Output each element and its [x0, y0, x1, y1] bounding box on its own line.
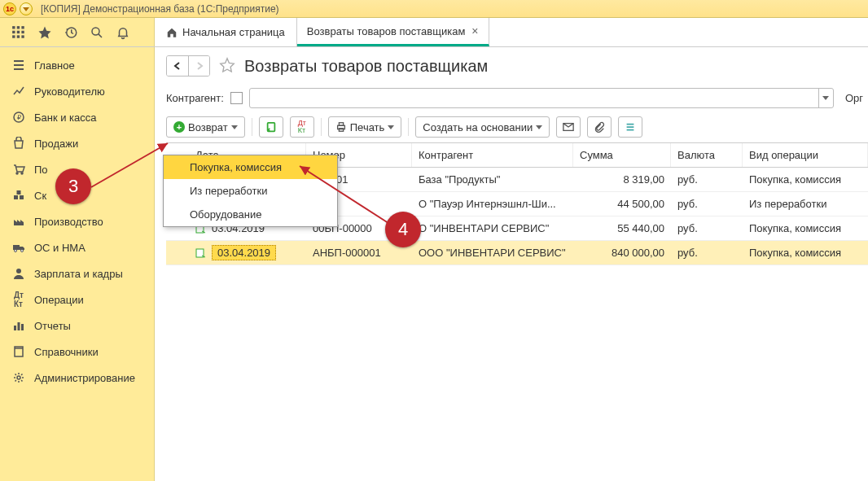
sidebar-item-operations[interactable]: ДтКтОперации [0, 286, 154, 313]
sidebar-item-reports[interactable]: Отчеты [0, 313, 154, 339]
home-icon [166, 27, 178, 38]
dropdown-item-processing[interactable]: Из переработки [164, 179, 337, 203]
sidebar-item-catalogs[interactable]: Справочники [0, 339, 154, 365]
print-button-label: Печать [350, 121, 385, 133]
svg-rect-17 [17, 190, 21, 195]
trend-icon [11, 85, 26, 98]
col-sum[interactable]: Сумма [573, 143, 671, 167]
svg-rect-8 [21, 35, 24, 37]
dropdown-item-equipment[interactable]: Оборудование [164, 203, 337, 226]
callout-badge-3: 3 [55, 168, 91, 204]
sidebar-item-label: Банк и касса [34, 112, 97, 124]
svg-point-20 [16, 269, 21, 273]
sidebar-item-sales[interactable]: Продажи [0, 130, 154, 156]
nav-forward-button [188, 56, 209, 76]
svg-rect-16 [20, 195, 24, 199]
sidebar-item-admin[interactable]: Администрирование [0, 365, 154, 391]
sidebar-item-label: Производство [34, 216, 103, 228]
plus-icon: + [173, 121, 185, 133]
menu-icon [11, 59, 26, 72]
svg-rect-5 [21, 30, 24, 33]
dtkt-icon: ДтКт [11, 293, 26, 306]
print-button[interactable]: Печать [328, 116, 402, 138]
svg-rect-15 [14, 195, 18, 199]
svg-rect-7 [17, 35, 20, 37]
page-title: Возвраты товаров поставщикам [244, 57, 488, 76]
sidebar-item-label: ОС и НМА [34, 242, 85, 254]
truck-icon [11, 241, 26, 254]
nav-home[interactable]: Начальная страница [155, 18, 297, 46]
dropdown-icon[interactable] [818, 89, 833, 107]
bell-icon[interactable] [116, 25, 130, 40]
nav-home-label: Начальная страница [182, 26, 285, 38]
refresh-button[interactable] [259, 116, 283, 138]
envelope-button[interactable] [556, 116, 581, 138]
svg-point-25 [17, 376, 20, 379]
cart-icon [11, 163, 26, 176]
caret-icon [231, 125, 238, 129]
bag-icon [11, 137, 26, 150]
sidebar-item-main[interactable]: Главное [0, 52, 154, 78]
svg-rect-3 [12, 30, 15, 33]
boxes-icon [11, 189, 26, 202]
svg-point-10 [92, 28, 99, 35]
sidebar-item-label: Продажи [34, 138, 78, 150]
ruble-icon: ₽ [11, 111, 26, 124]
book-icon [11, 345, 26, 358]
svg-rect-28 [339, 123, 343, 126]
create-based-label: Создать на основании [423, 121, 533, 133]
svg-rect-29 [339, 129, 343, 132]
col-operation[interactable]: Вид операции [743, 143, 868, 167]
sidebar-item-label: Справочники [34, 346, 99, 358]
nav-tab-returns[interactable]: Возвраты товаров поставщикам × [297, 18, 489, 46]
sidebar-item-production[interactable]: Производство [0, 208, 154, 234]
sidebar-item-label: По [34, 164, 48, 176]
window-title: [КОПИЯ] Демонстрационная база (1С:Предпр… [41, 3, 279, 15]
apps-icon[interactable] [11, 25, 26, 40]
svg-rect-6 [12, 35, 15, 37]
search-icon[interactable] [90, 25, 104, 40]
svg-point-18 [15, 250, 17, 252]
filter-contragent-checkbox[interactable] [230, 92, 243, 104]
sidebar-item-hr[interactable]: Зарплата и кадры [0, 260, 154, 286]
sidebar-item-manager[interactable]: Руководителю [0, 78, 154, 104]
sidebar: Главное Руководителю ₽Банк и касса Прода… [0, 47, 155, 481]
svg-rect-4 [17, 30, 20, 33]
svg-rect-1 [17, 26, 20, 28]
close-icon[interactable]: × [471, 24, 478, 37]
list-button[interactable] [618, 116, 642, 138]
sidebar-item-assets[interactable]: ОС и НМА [0, 234, 154, 260]
sidebar-item-label: Администрирование [34, 372, 135, 384]
history-icon[interactable] [64, 25, 78, 40]
create-based-button[interactable]: Создать на основании [415, 116, 550, 138]
sidebar-item-label: Операции [34, 294, 84, 306]
col-contragent[interactable]: Контрагент [412, 143, 573, 167]
svg-point-13 [16, 173, 18, 174]
favorite-star-icon[interactable] [218, 56, 236, 77]
sidebar-item-label: Зарплата и кадры [34, 268, 123, 280]
factory-icon [11, 215, 26, 228]
col-currency[interactable]: Валюта [671, 143, 743, 167]
sidebar-item-label: Главное [34, 59, 75, 72]
attach-button[interactable] [587, 116, 612, 138]
filter-contragent-input[interactable] [249, 88, 834, 108]
dropdown-item-purchase[interactable]: Покупка, комиссия [164, 155, 337, 179]
content-area: Возвраты товаров поставщикам Контрагент:… [155, 47, 868, 481]
person-icon [11, 267, 26, 280]
app-dropdown-icon[interactable] [20, 2, 33, 15]
return-button[interactable]: + Возврат [166, 116, 245, 138]
table-row[interactable]: 03.04.2019 АНБП-000001 ООО "ИНВЕНТАРИ СЕ… [166, 241, 868, 265]
printer-icon [335, 121, 347, 133]
dtkt-button[interactable]: ДтКт [290, 116, 314, 138]
svg-rect-23 [21, 324, 24, 330]
star-icon[interactable] [37, 25, 52, 40]
nav-tab-label: Возвраты товаров поставщикам [307, 25, 466, 37]
sidebar-item-bank[interactable]: ₽Банк и касса [0, 104, 154, 130]
sidebar-item-label: Ск [34, 190, 46, 202]
return-dropdown-menu: Покупка, комиссия Из переработки Оборудо… [163, 155, 338, 227]
svg-rect-21 [14, 326, 16, 330]
nav-history-buttons [166, 55, 210, 77]
nav-back-button[interactable] [167, 56, 188, 76]
caret-icon [536, 125, 542, 129]
filter-contragent-label: Контрагент: [166, 92, 224, 104]
